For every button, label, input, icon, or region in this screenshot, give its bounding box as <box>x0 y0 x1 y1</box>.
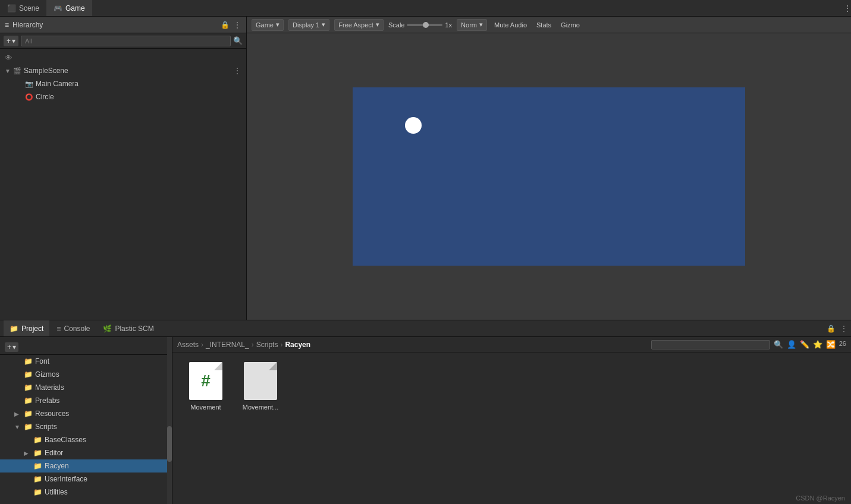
folder-scrollbar-thumb <box>167 426 172 462</box>
scene-more-icon[interactable]: ⋮ <box>233 66 241 75</box>
file-browser-count: 26 <box>839 340 846 349</box>
utilities-folder-icon: 📁 <box>33 488 42 496</box>
aspect-label: Free Aspect <box>338 21 373 29</box>
tree-item-main-camera[interactable]: 📷 Main Camera <box>0 77 246 90</box>
file-grid: Movement Movement... <box>172 352 851 504</box>
display-dropdown[interactable]: Display 1 ▾ <box>288 19 329 31</box>
folder-item-userinterface[interactable]: 📁 UserInterface <box>0 472 172 486</box>
folder-item-baseclasses[interactable]: 📁 BaseClasses <box>0 433 172 446</box>
hierarchy-menu-icon[interactable] <box>5 21 9 29</box>
plastic-tab-icon: 🌿 <box>103 325 112 333</box>
norm-arrow: ▾ <box>479 21 483 29</box>
resources-label: Resources <box>35 410 69 418</box>
font-folder-icon: 📁 <box>24 357 33 366</box>
hierarchy-search-input[interactable] <box>21 36 231 46</box>
racyen-folder-icon: 📁 <box>33 462 42 470</box>
norm-dropdown[interactable]: Norm ▾ <box>457 19 487 31</box>
bottom-more-icon[interactable]: ⋮ <box>840 325 847 333</box>
project-tab-label: Project <box>21 325 43 333</box>
folder-add-button[interactable]: + ▾ <box>5 342 18 352</box>
breadcrumb-sep1: › <box>201 341 203 349</box>
main-layout: Hierarchy 🔒 ⋮ + ▾ 🔍 👁 ▼ 🎬 SampleScene ⋮ <box>0 17 851 320</box>
scale-thumb <box>423 22 429 28</box>
display-label: Display 1 <box>293 21 319 29</box>
breadcrumb-assets[interactable]: Assets <box>177 341 199 349</box>
breadcrumb-racyen[interactable]: Racyen <box>285 341 310 349</box>
folder-item-resources[interactable]: ▶ 📁 Resources <box>0 407 172 420</box>
folder-item-materials[interactable]: 📁 Materials <box>0 381 172 394</box>
tab-project[interactable]: 📁 Project <box>4 320 49 336</box>
stats-button[interactable]: Stats <box>534 21 554 29</box>
aspect-arrow: ▾ <box>376 21 379 29</box>
hierarchy-tree: 👁 ▼ 🎬 SampleScene ⋮ 📷 Main Camera ⭕ Circ… <box>0 49 246 320</box>
scale-label: Scale <box>388 21 405 29</box>
display-arrow: ▾ <box>322 21 325 29</box>
hierarchy-add-button[interactable]: + ▾ <box>4 36 18 46</box>
add-dropdown-icon: ▾ <box>12 37 15 45</box>
baseclasses-label: BaseClasses <box>45 436 86 444</box>
bottom-content: + ▾ 📁 Font 📁 Gizmos 📁 Materials <box>0 337 851 504</box>
mute-audio-button[interactable]: Mute Audio <box>492 21 529 29</box>
file-browser-icon2[interactable]: 👤 <box>787 340 796 349</box>
eye-icon[interactable]: 👁 <box>5 53 12 62</box>
watermark: CSDN @Racyen <box>796 494 845 502</box>
file-item-movement[interactable]: Movement <box>182 362 230 411</box>
norm-label: Norm <box>461 21 477 29</box>
scene-icon: 🎬 <box>13 67 21 75</box>
folder-item-gizmos[interactable]: 📁 Gizmos <box>0 368 172 381</box>
game-dropdown[interactable]: Game ▾ <box>252 19 284 31</box>
breadcrumb-scripts[interactable]: Scripts <box>256 341 278 349</box>
resources-folder-icon: 📁 <box>24 410 33 418</box>
circle-icon: ⭕ <box>25 93 33 101</box>
folder-item-racyen[interactable]: 📁 Racyen <box>0 459 172 472</box>
game-dropdown-arrow: ▾ <box>276 21 280 29</box>
hierarchy-header: Hierarchy 🔒 ⋮ <box>0 17 246 33</box>
hierarchy-search-icon[interactable]: 🔍 <box>233 36 243 45</box>
tree-item-samplescene[interactable]: ▼ 🎬 SampleScene ⋮ <box>0 64 246 77</box>
file-browser-icons: 🔍 👤 ✏️ ⭐ 🔀 26 <box>774 340 846 349</box>
scale-slider[interactable] <box>407 24 442 26</box>
hierarchy-more-icon[interactable]: ⋮ <box>233 20 241 30</box>
tab-plastic-scm[interactable]: 🌿 Plastic SCM <box>97 320 159 336</box>
breadcrumb-internal[interactable]: _INTERNAL_ <box>206 341 249 349</box>
scale-value: 1x <box>445 21 452 29</box>
folder-item-utilities[interactable]: 📁 Utilities <box>0 486 172 499</box>
file-browser-icon4[interactable]: ⭐ <box>813 340 822 349</box>
hierarchy-lock-icon[interactable]: 🔒 <box>221 21 230 29</box>
folder-scrollbar[interactable] <box>167 337 172 504</box>
scripts-folder-icon: 📁 <box>24 423 33 431</box>
baseclasses-folder-icon: 📁 <box>33 436 42 444</box>
tree-item-circle[interactable]: ⭕ Circle <box>0 90 246 103</box>
hierarchy-title: Hierarchy <box>12 21 217 29</box>
scripts-arrow: ▼ <box>14 424 21 430</box>
folder-item-editor[interactable]: ▶ 📁 Editor <box>0 446 172 459</box>
file-browser-icon5[interactable]: 🔀 <box>826 340 836 349</box>
ui-folder-icon: 📁 <box>33 475 42 483</box>
hierarchy-search-bar: + ▾ 🔍 <box>0 33 246 49</box>
tab-options-icon[interactable]: ⋮ <box>844 4 851 12</box>
game-view: Game ▾ Display 1 ▾ Free Aspect ▾ Scale 1… <box>247 17 851 320</box>
file-browser-toolbar: Assets › _INTERNAL_ › Scripts › Racyen 🔍… <box>172 337 851 352</box>
aspect-dropdown[interactable]: Free Aspect ▾ <box>334 19 384 31</box>
console-tab-icon: ≡ <box>56 325 61 333</box>
scene-arrow-icon: ▼ <box>5 68 13 74</box>
scale-container: Scale 1x <box>388 21 452 29</box>
tab-game[interactable]: 🎮 Game <box>46 0 92 16</box>
hierarchy-panel: Hierarchy 🔒 ⋮ + ▾ 🔍 👁 ▼ 🎬 SampleScene ⋮ <box>0 17 247 320</box>
folder-item-prefabs[interactable]: 📁 Prefabs <box>0 394 172 407</box>
tab-console[interactable]: ≡ Console <box>51 320 96 336</box>
bottom-lock-icon[interactable]: 🔒 <box>827 325 836 333</box>
scene-tab-icon: ⬛ <box>7 4 16 12</box>
editor-label: Editor <box>45 449 63 457</box>
file-browser-icon1[interactable]: 🔍 <box>774 340 783 349</box>
camera-label: Main Camera <box>36 80 78 88</box>
bottom-section: 📁 Project ≡ Console 🌿 Plastic SCM 🔒 ⋮ + … <box>0 320 851 504</box>
folder-item-scripts[interactable]: ▼ 📁 Scripts <box>0 420 172 433</box>
gizmos-button[interactable]: Gizmo <box>558 21 582 29</box>
file-browser-icon3[interactable]: ✏️ <box>800 340 809 349</box>
file-search-input[interactable] <box>651 340 770 349</box>
game-canvas <box>353 87 745 266</box>
folder-item-font[interactable]: 📁 Font <box>0 355 172 368</box>
file-item-movement-meta[interactable]: Movement... <box>237 362 284 411</box>
tab-scene[interactable]: ⬛ Scene <box>0 0 46 16</box>
